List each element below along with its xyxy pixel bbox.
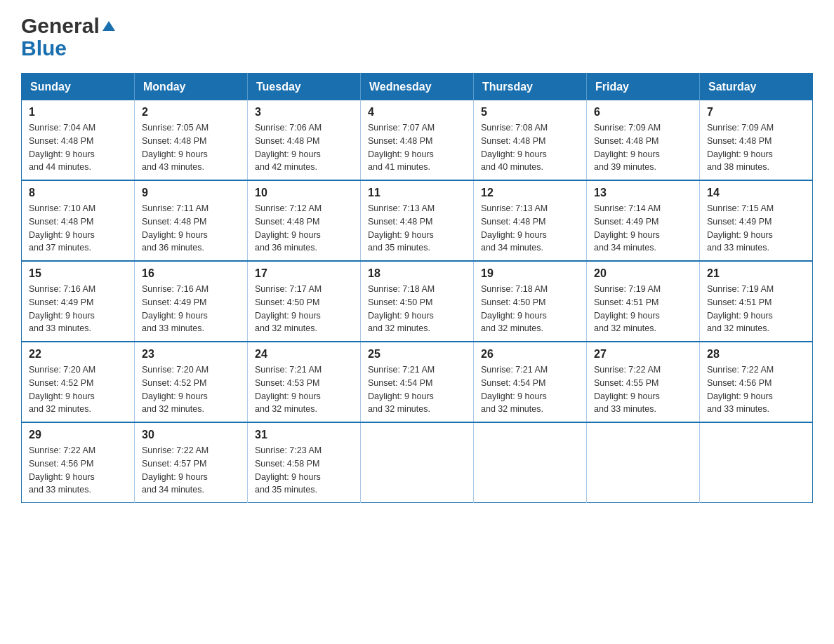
day-info: Sunrise: 7:16 AM Sunset: 4:49 PM Dayligh… (29, 283, 127, 335)
day-of-week-header: Monday (135, 74, 248, 101)
day-info: Sunrise: 7:17 AM Sunset: 4:50 PM Dayligh… (255, 283, 353, 335)
day-number: 21 (707, 267, 805, 280)
day-number: 3 (255, 106, 353, 119)
day-number: 13 (594, 187, 692, 199)
calendar-week-row: 8 Sunrise: 7:10 AM Sunset: 4:48 PM Dayli… (22, 180, 813, 261)
calendar-day-cell: 4 Sunrise: 7:07 AM Sunset: 4:48 PM Dayli… (361, 100, 474, 180)
day-number: 17 (255, 267, 353, 280)
day-info: Sunrise: 7:22 AM Sunset: 4:55 PM Dayligh… (594, 363, 692, 416)
calendar-day-cell: 30 Sunrise: 7:22 AM Sunset: 4:57 PM Dayl… (135, 422, 248, 503)
day-number: 29 (29, 429, 127, 441)
calendar-day-cell: 10 Sunrise: 7:12 AM Sunset: 4:48 PM Dayl… (248, 180, 361, 261)
day-info: Sunrise: 7:19 AM Sunset: 4:51 PM Dayligh… (707, 283, 805, 335)
day-info: Sunrise: 7:07 AM Sunset: 4:48 PM Dayligh… (368, 121, 466, 174)
day-number: 23 (142, 348, 240, 361)
calendar-day-cell: 12 Sunrise: 7:13 AM Sunset: 4:48 PM Dayl… (474, 180, 587, 261)
day-number: 10 (255, 187, 353, 199)
day-info: Sunrise: 7:04 AM Sunset: 4:48 PM Dayligh… (29, 121, 127, 174)
page-header: General Blue (21, 14, 813, 59)
calendar-day-cell: 6 Sunrise: 7:09 AM Sunset: 4:48 PM Dayli… (587, 100, 700, 180)
calendar-day-cell: 23 Sunrise: 7:20 AM Sunset: 4:52 PM Dayl… (135, 342, 248, 422)
day-number: 24 (255, 348, 353, 361)
day-info: Sunrise: 7:18 AM Sunset: 4:50 PM Dayligh… (481, 283, 579, 335)
calendar-day-cell: 17 Sunrise: 7:17 AM Sunset: 4:50 PM Dayl… (248, 261, 361, 342)
day-number: 27 (594, 348, 692, 361)
calendar-day-cell: 14 Sunrise: 7:15 AM Sunset: 4:49 PM Dayl… (700, 180, 813, 261)
svg-marker-0 (102, 21, 115, 31)
day-of-week-header: Thursday (474, 74, 587, 101)
day-info: Sunrise: 7:06 AM Sunset: 4:48 PM Dayligh… (255, 121, 353, 174)
calendar-table: SundayMondayTuesdayWednesdayThursdayFrid… (21, 73, 813, 503)
day-info: Sunrise: 7:11 AM Sunset: 4:48 PM Dayligh… (142, 202, 240, 255)
calendar-header-row: SundayMondayTuesdayWednesdayThursdayFrid… (22, 74, 813, 101)
calendar-week-row: 22 Sunrise: 7:20 AM Sunset: 4:52 PM Dayl… (22, 342, 813, 422)
day-info: Sunrise: 7:21 AM Sunset: 4:54 PM Dayligh… (481, 363, 579, 416)
day-info: Sunrise: 7:05 AM Sunset: 4:48 PM Dayligh… (142, 121, 240, 174)
day-number: 1 (29, 106, 127, 119)
day-info: Sunrise: 7:15 AM Sunset: 4:49 PM Dayligh… (707, 202, 805, 255)
calendar-day-cell: 26 Sunrise: 7:21 AM Sunset: 4:54 PM Dayl… (474, 342, 587, 422)
day-number: 11 (368, 187, 466, 199)
day-info: Sunrise: 7:16 AM Sunset: 4:49 PM Dayligh… (142, 283, 240, 335)
logo-general-text: General (21, 14, 117, 38)
logo: General Blue (21, 14, 117, 59)
calendar-day-cell: 3 Sunrise: 7:06 AM Sunset: 4:48 PM Dayli… (248, 100, 361, 180)
calendar-day-cell: 7 Sunrise: 7:09 AM Sunset: 4:48 PM Dayli… (700, 100, 813, 180)
day-info: Sunrise: 7:22 AM Sunset: 4:56 PM Dayligh… (29, 444, 127, 497)
calendar-day-cell: 5 Sunrise: 7:08 AM Sunset: 4:48 PM Dayli… (474, 100, 587, 180)
day-info: Sunrise: 7:09 AM Sunset: 4:48 PM Dayligh… (594, 121, 692, 174)
calendar-day-cell: 29 Sunrise: 7:22 AM Sunset: 4:56 PM Dayl… (22, 422, 135, 503)
day-info: Sunrise: 7:13 AM Sunset: 4:48 PM Dayligh… (481, 202, 579, 255)
day-of-week-header: Wednesday (361, 74, 474, 101)
calendar-day-cell: 15 Sunrise: 7:16 AM Sunset: 4:49 PM Dayl… (22, 261, 135, 342)
day-number: 22 (29, 348, 127, 361)
day-info: Sunrise: 7:12 AM Sunset: 4:48 PM Dayligh… (255, 202, 353, 255)
day-number: 26 (481, 348, 579, 361)
day-number: 2 (142, 106, 240, 119)
day-number: 14 (707, 187, 805, 199)
calendar-day-cell (700, 422, 813, 503)
day-info: Sunrise: 7:21 AM Sunset: 4:54 PM Dayligh… (368, 363, 466, 416)
day-of-week-header: Sunday (22, 74, 135, 101)
calendar-day-cell: 18 Sunrise: 7:18 AM Sunset: 4:50 PM Dayl… (361, 261, 474, 342)
day-info: Sunrise: 7:22 AM Sunset: 4:56 PM Dayligh… (707, 363, 805, 416)
day-info: Sunrise: 7:22 AM Sunset: 4:57 PM Dayligh… (142, 444, 240, 497)
day-info: Sunrise: 7:23 AM Sunset: 4:58 PM Dayligh… (255, 444, 353, 497)
calendar-day-cell: 25 Sunrise: 7:21 AM Sunset: 4:54 PM Dayl… (361, 342, 474, 422)
day-number: 6 (594, 106, 692, 119)
calendar-day-cell (474, 422, 587, 503)
calendar-day-cell (587, 422, 700, 503)
day-info: Sunrise: 7:09 AM Sunset: 4:48 PM Dayligh… (707, 121, 805, 174)
day-info: Sunrise: 7:10 AM Sunset: 4:48 PM Dayligh… (29, 202, 127, 255)
day-number: 15 (29, 267, 127, 280)
calendar-day-cell: 1 Sunrise: 7:04 AM Sunset: 4:48 PM Dayli… (22, 100, 135, 180)
logo-triangle-icon (101, 18, 117, 34)
calendar-day-cell: 19 Sunrise: 7:18 AM Sunset: 4:50 PM Dayl… (474, 261, 587, 342)
day-number: 5 (481, 106, 579, 119)
calendar-day-cell: 31 Sunrise: 7:23 AM Sunset: 4:58 PM Dayl… (248, 422, 361, 503)
calendar-day-cell (361, 422, 474, 503)
day-number: 28 (707, 348, 805, 361)
day-info: Sunrise: 7:20 AM Sunset: 4:52 PM Dayligh… (29, 363, 127, 416)
day-number: 18 (368, 267, 466, 280)
day-of-week-header: Friday (587, 74, 700, 101)
day-info: Sunrise: 7:21 AM Sunset: 4:53 PM Dayligh… (255, 363, 353, 416)
calendar-day-cell: 13 Sunrise: 7:14 AM Sunset: 4:49 PM Dayl… (587, 180, 700, 261)
day-number: 19 (481, 267, 579, 280)
day-number: 30 (142, 429, 240, 441)
calendar-day-cell: 9 Sunrise: 7:11 AM Sunset: 4:48 PM Dayli… (135, 180, 248, 261)
calendar-week-row: 29 Sunrise: 7:22 AM Sunset: 4:56 PM Dayl… (22, 422, 813, 503)
day-of-week-header: Tuesday (248, 74, 361, 101)
day-info: Sunrise: 7:13 AM Sunset: 4:48 PM Dayligh… (368, 202, 466, 255)
day-number: 16 (142, 267, 240, 280)
day-info: Sunrise: 7:08 AM Sunset: 4:48 PM Dayligh… (481, 121, 579, 174)
calendar-day-cell: 8 Sunrise: 7:10 AM Sunset: 4:48 PM Dayli… (22, 180, 135, 261)
day-info: Sunrise: 7:19 AM Sunset: 4:51 PM Dayligh… (594, 283, 692, 335)
calendar-day-cell: 21 Sunrise: 7:19 AM Sunset: 4:51 PM Dayl… (700, 261, 813, 342)
calendar-day-cell: 11 Sunrise: 7:13 AM Sunset: 4:48 PM Dayl… (361, 180, 474, 261)
day-info: Sunrise: 7:14 AM Sunset: 4:49 PM Dayligh… (594, 202, 692, 255)
day-number: 12 (481, 187, 579, 199)
day-of-week-header: Saturday (700, 74, 813, 101)
day-number: 8 (29, 187, 127, 199)
calendar-day-cell: 22 Sunrise: 7:20 AM Sunset: 4:52 PM Dayl… (22, 342, 135, 422)
